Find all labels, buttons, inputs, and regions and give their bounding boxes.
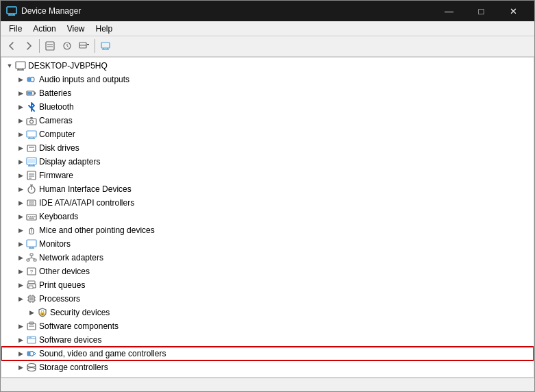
tree-item-display[interactable]: Display adapters — [1, 155, 534, 169]
firmware-icon — [26, 170, 37, 181]
cameras-icon — [26, 115, 37, 126]
tree-item-audio[interactable]: Audio inputs and outputs — [1, 73, 534, 86]
expand-ide[interactable] — [15, 197, 26, 208]
tree-item-softwaredevices[interactable]: Software devices — [1, 333, 534, 347]
tree-item-softwarecomponents[interactable]: Software components — [1, 319, 534, 333]
svg-point-88 — [30, 337, 32, 339]
expand-keyboards[interactable] — [15, 211, 26, 222]
tree-item-mice[interactable]: Mice and other pointing devices — [1, 223, 534, 237]
disk-icon — [26, 143, 37, 154]
expand-audio[interactable] — [15, 74, 26, 85]
expand-computer[interactable] — [15, 129, 26, 140]
hid-icon — [26, 184, 37, 195]
tree-item-firmware[interactable]: Firmware — [1, 169, 534, 182]
svg-rect-48 — [27, 215, 36, 220]
computer-icon — [15, 60, 26, 71]
processors-label: Processors — [39, 292, 80, 306]
expand-storage[interactable] — [15, 362, 26, 373]
svg-rect-70 — [29, 286, 33, 289]
keyboard-icon — [26, 211, 37, 222]
expand-softwaredevices[interactable] — [15, 334, 26, 345]
svg-text:🔒: 🔒 — [39, 309, 46, 316]
monitors-label: Monitors — [39, 237, 71, 251]
close-button[interactable]: ✕ — [498, 1, 529, 21]
other-label: Other devices — [39, 265, 90, 278]
sound-icon — [26, 348, 37, 359]
menu-view[interactable]: View — [62, 21, 90, 36]
svg-rect-56 — [27, 240, 36, 247]
tree-item-processors[interactable]: Processors — [1, 292, 534, 306]
display-label: Display adapters — [39, 155, 100, 169]
expand-mice[interactable] — [15, 225, 26, 236]
expand-batteries[interactable] — [15, 88, 26, 99]
tree-item-computer[interactable]: Computer — [1, 127, 534, 141]
expand-root[interactable] — [4, 60, 15, 71]
tree-item-security[interactable]: 🔒 Security devices — [1, 306, 534, 319]
svg-rect-36 — [28, 159, 35, 163]
svg-rect-9 — [87, 44, 89, 45]
svg-rect-68 — [28, 281, 35, 284]
tree-item-ide[interactable]: IDE ATA/ATAPI controllers — [1, 196, 534, 210]
svg-point-87 — [29, 337, 30, 339]
tree-item-batteries[interactable]: Batteries — [1, 86, 534, 100]
tree-item-cameras[interactable]: Cameras — [1, 114, 534, 127]
tree-item-storage[interactable]: Storage controllers — [1, 360, 534, 374]
menu-help[interactable]: Help — [90, 21, 119, 36]
tree-item-hid[interactable]: Human Interface Devices — [1, 182, 534, 196]
expand-processors[interactable] — [15, 293, 26, 304]
tree-item-root[interactable]: DESKTOP-JVBP5HQ — [1, 59, 534, 73]
toolbar-scan-button[interactable] — [76, 38, 92, 54]
toolbar-separator-2 — [95, 39, 95, 53]
security-icon: 🔒 — [37, 307, 48, 318]
svg-rect-50 — [30, 216, 32, 217]
svg-rect-46 — [29, 201, 34, 203]
diskdrives-label: Disk drives — [39, 141, 79, 155]
expand-firmware[interactable] — [15, 170, 26, 181]
tree-item-sound[interactable]: Sound, video and game controllers — [1, 347, 534, 360]
bluetooth-icon — [26, 101, 37, 112]
toolbar-back-button[interactable] — [3, 38, 20, 54]
svg-rect-49 — [28, 216, 29, 217]
processor-icon — [26, 293, 37, 304]
keyboards-label: Keyboards — [39, 210, 78, 223]
toolbar-display-button[interactable] — [97, 38, 114, 54]
expand-print[interactable] — [15, 280, 26, 291]
network-icon — [26, 252, 37, 263]
tree-item-keyboards[interactable]: Keyboards — [1, 210, 534, 223]
tree-item-network[interactable]: Network adapters — [1, 251, 534, 265]
tree-item-bluetooth[interactable]: Bluetooth — [1, 100, 534, 114]
expand-diskdrives[interactable] — [15, 143, 26, 154]
menu-action[interactable]: Action — [27, 21, 61, 36]
tree-view-container[interactable]: DESKTOP-JVBP5HQ Audio inputs and outputs — [1, 57, 534, 378]
sound-label: Sound, video and game controllers — [39, 347, 166, 360]
firmware-label: Firmware — [39, 169, 73, 182]
tree-item-print[interactable]: Print queues — [1, 278, 534, 292]
menu-bar: File Action View Help — [1, 21, 534, 36]
menu-file[interactable]: File — [3, 21, 27, 36]
title-bar-controls: — □ ✕ — [434, 1, 529, 21]
minimize-button[interactable]: — — [434, 1, 464, 21]
expand-sound[interactable] — [15, 348, 26, 359]
toolbar-update-button[interactable] — [59, 38, 75, 54]
expand-softwarecomponents[interactable] — [15, 321, 26, 332]
expand-other[interactable] — [15, 266, 26, 277]
audio-label: Audio inputs and outputs — [39, 73, 129, 86]
expand-display[interactable] — [15, 156, 26, 167]
tree-item-other[interactable]: ? Other devices — [1, 265, 534, 278]
expand-hid[interactable] — [15, 184, 26, 195]
expand-bluetooth[interactable] — [15, 101, 26, 112]
expand-cameras[interactable] — [15, 115, 26, 126]
toolbar-forward-button[interactable] — [21, 38, 37, 54]
tree-item-monitors[interactable]: Monitors — [1, 237, 534, 251]
expand-network[interactable] — [15, 252, 26, 263]
maximize-button[interactable]: □ — [466, 1, 497, 21]
expand-security[interactable] — [26, 307, 37, 318]
svg-rect-51 — [32, 216, 34, 217]
svg-rect-25 — [27, 131, 36, 137]
svg-point-55 — [31, 231, 32, 232]
toolbar-properties-button[interactable] — [42, 38, 58, 54]
expand-monitors[interactable] — [15, 238, 26, 249]
tree-item-diskdrives[interactable]: Disk drives — [1, 141, 534, 155]
print-icon — [26, 280, 37, 291]
ide-label: IDE ATA/ATAPI controllers — [39, 196, 134, 210]
